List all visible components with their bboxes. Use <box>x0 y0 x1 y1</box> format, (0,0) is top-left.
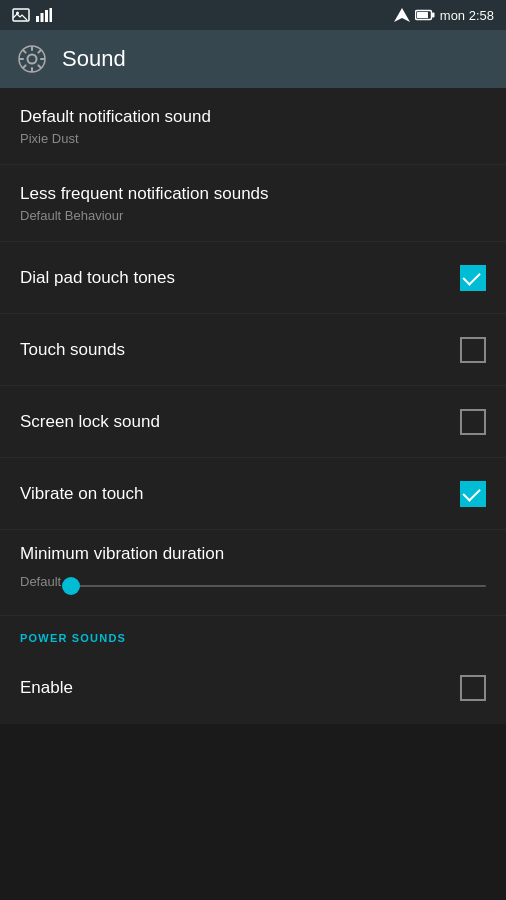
checkbox-touch-sounds[interactable] <box>460 337 486 363</box>
setting-text-vibrate: Vibrate on touch <box>20 483 460 505</box>
toolbar-title: Sound <box>62 46 126 72</box>
slider-title: Minimum vibration duration <box>20 544 486 564</box>
setting-row-dial-pad[interactable]: Dial pad touch tones <box>0 242 506 314</box>
slider-track[interactable] <box>71 585 486 587</box>
setting-subtitle-default-notification: Pixie Dust <box>20 131 486 146</box>
setting-text-dial-pad: Dial pad touch tones <box>20 267 460 289</box>
svg-rect-5 <box>50 8 53 22</box>
status-right-icons: mon 2:58 <box>394 8 494 23</box>
setting-row-enable[interactable]: Enable <box>0 652 506 724</box>
signal-strength-icon <box>394 8 410 22</box>
status-bar: mon 2:58 <box>0 0 506 30</box>
setting-text-screen-lock: Screen lock sound <box>20 411 460 433</box>
svg-rect-4 <box>45 10 48 22</box>
setting-title-enable: Enable <box>20 677 460 699</box>
setting-title-touch-sounds: Touch sounds <box>20 339 460 361</box>
toolbar: Sound <box>0 30 506 88</box>
svg-rect-7 <box>432 13 435 18</box>
image-icon <box>12 8 30 22</box>
gear-icon <box>16 43 48 75</box>
setting-row-touch-sounds[interactable]: Touch sounds <box>0 314 506 386</box>
status-left-icons <box>12 8 388 22</box>
setting-text-default-notification: Default notification sound Pixie Dust <box>20 106 486 146</box>
svg-rect-8 <box>417 12 428 18</box>
setting-text-less-frequent: Less frequent notification sounds Defaul… <box>20 183 486 223</box>
slider-container: Default <box>20 574 486 597</box>
checkbox-screen-lock[interactable] <box>460 409 486 435</box>
battery-icon <box>415 9 435 21</box>
setting-title-dial-pad: Dial pad touch tones <box>20 267 460 289</box>
setting-title-less-frequent: Less frequent notification sounds <box>20 183 486 205</box>
setting-row-screen-lock[interactable]: Screen lock sound <box>0 386 506 458</box>
svg-rect-2 <box>36 16 39 22</box>
slider-thumb[interactable] <box>62 577 80 595</box>
power-sounds-section-header: POWER SOUNDS <box>0 616 506 652</box>
setting-subtitle-less-frequent: Default Behaviour <box>20 208 486 223</box>
svg-point-9 <box>28 55 37 64</box>
setting-title-screen-lock: Screen lock sound <box>20 411 460 433</box>
status-time: mon 2:58 <box>440 8 494 23</box>
setting-title-vibrate: Vibrate on touch <box>20 483 460 505</box>
checkbox-vibrate[interactable] <box>460 481 486 507</box>
checkbox-enable[interactable] <box>460 675 486 701</box>
svg-rect-3 <box>41 13 44 22</box>
setting-row-default-notification-sound[interactable]: Default notification sound Pixie Dust <box>0 88 506 165</box>
setting-text-enable: Enable <box>20 677 460 699</box>
setting-title-default-notification: Default notification sound <box>20 106 486 128</box>
setting-row-less-frequent[interactable]: Less frequent notification sounds Defaul… <box>0 165 506 242</box>
slider-label: Default <box>20 574 61 589</box>
setting-row-vibrate[interactable]: Vibrate on touch <box>0 458 506 530</box>
setting-row-min-vibration[interactable]: Minimum vibration duration Default <box>0 530 506 616</box>
setting-text-touch-sounds: Touch sounds <box>20 339 460 361</box>
settings-content: Default notification sound Pixie Dust Le… <box>0 88 506 724</box>
checkbox-dial-pad[interactable] <box>460 265 486 291</box>
bars-icon <box>36 8 52 22</box>
